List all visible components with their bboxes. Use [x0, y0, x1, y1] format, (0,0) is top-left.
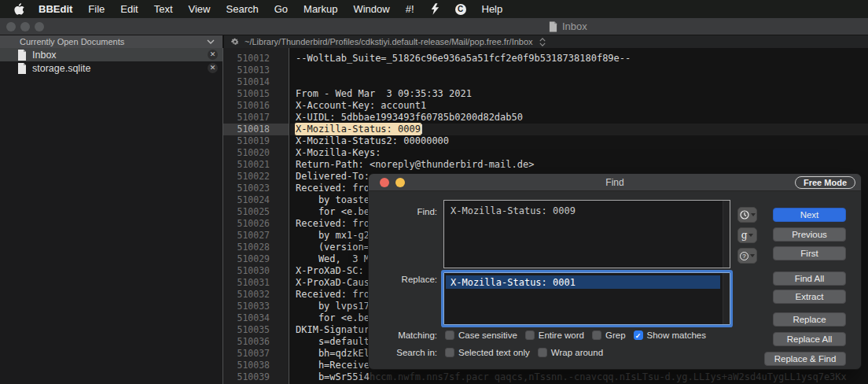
- close-document-icon[interactable]: ✕: [208, 63, 218, 73]
- code-line[interactable]: X-UIDL: 5dbbae1993493f60785b0200d82dab50: [290, 112, 868, 124]
- code-line[interactable]: [290, 65, 868, 76]
- checkbox-wrap-around[interactable]: Wrap around: [538, 348, 603, 357]
- checkbox-box[interactable]: ✓: [634, 330, 643, 340]
- line-number: 510030: [223, 265, 289, 277]
- search-in-label: Search in:: [369, 348, 437, 357]
- menu-window[interactable]: Window: [345, 0, 397, 18]
- line-number: 510031: [223, 277, 289, 289]
- menu-bar: BBEditFileEditTextViewSearchGoMarkupWind…: [0, 0, 868, 18]
- menu-clippings[interactable]: C: [447, 0, 474, 18]
- line-number: 510013: [223, 65, 289, 76]
- menu-bbedit[interactable]: BBEdit: [31, 0, 80, 18]
- sidebar-item-inbox[interactable]: Inbox✕: [0, 48, 223, 61]
- next-button[interactable]: Next: [773, 208, 846, 222]
- menu-text[interactable]: Text: [146, 0, 181, 18]
- replace-button[interactable]: Replace: [773, 312, 846, 327]
- line-number: 510028: [223, 242, 289, 253]
- checkbox-entire-word[interactable]: Entire word: [525, 330, 584, 340]
- line-number: 510023: [223, 183, 289, 194]
- screen: BBEditFileEditTextViewSearchGoMarkupWind…: [0, 0, 868, 384]
- dropdown-caret-icon: [751, 213, 756, 216]
- apple-icon: [14, 3, 24, 15]
- code-line[interactable]: X-Mozilla-Status: 0009: [290, 124, 868, 135]
- sidebar-item-storage-sqlite[interactable]: storage.sqlite✕: [0, 61, 223, 75]
- replace-input[interactable]: X-Mozilla-Status: 0001: [443, 272, 730, 325]
- occluded-text: hccm.nwfm.nns7sf.pacr qaqcs,nTssnn.-cnav…: [370, 371, 847, 382]
- line-number: 510036: [223, 336, 289, 348]
- replace-find-button[interactable]: Replace & Find: [764, 352, 846, 366]
- menu-scripts[interactable]: [422, 0, 447, 18]
- checkbox-case-sensitive[interactable]: Case sensitive: [445, 330, 517, 340]
- replace-input-scrollbar[interactable]: [723, 273, 730, 324]
- checkbox-box[interactable]: [538, 348, 547, 357]
- minimize-window-button[interactable]: [20, 22, 30, 31]
- line-number: 510032: [223, 289, 289, 301]
- close-document-icon[interactable]: ✕: [208, 50, 218, 60]
- replace-input-value: X-Mozilla-Status: 0001: [446, 277, 576, 288]
- open-documents-dropdown[interactable]: Currently Open Documents: [0, 35, 223, 48]
- open-documents-list: Inbox✕storage.sqlite✕: [0, 48, 223, 384]
- code-line[interactable]: X-Mozilla-Status2: 00000000: [290, 135, 868, 147]
- line-number: 510014: [223, 76, 289, 88]
- checkbox-label: Case sensitive: [458, 330, 517, 340]
- close-window-button[interactable]: [6, 22, 16, 31]
- chevron-down-icon: [207, 39, 215, 44]
- line-number: 510020: [223, 147, 289, 159]
- line-number: 510017: [223, 112, 289, 124]
- menu-search[interactable]: Search: [219, 0, 267, 18]
- line-number: 510016: [223, 100, 289, 112]
- question-icon: ?: [740, 252, 748, 260]
- checkbox-box[interactable]: [445, 330, 454, 340]
- code-line[interactable]: From - Wed Mar 3 09:35:33 2021: [290, 88, 868, 100]
- window-title-text: Inbox: [562, 20, 587, 32]
- menu-edit[interactable]: Edit: [112, 0, 145, 18]
- lightning-icon: [430, 3, 440, 15]
- checkbox-label: Entire word: [539, 330, 584, 340]
- find-input-scrollbar[interactable]: [723, 201, 730, 268]
- code-line[interactable]: --WoltLab_Suite=_51826c96e936a5a51fcf2e0…: [290, 53, 868, 65]
- grep-patterns-button[interactable]: g: [737, 227, 757, 243]
- file-path-bar[interactable]: ~/Library/Thunderbird/Profiles/cdkstiyi.…: [224, 35, 868, 48]
- code-line[interactable]: b=wSr55i4hccm.nwfm.nns7sf.pacr qaqcs,nTs…: [290, 371, 868, 383]
- checkbox-box[interactable]: [525, 330, 535, 340]
- replace-all-button[interactable]: Replace All: [773, 332, 846, 346]
- menu-go[interactable]: Go: [267, 0, 296, 18]
- line-number: 510021: [223, 159, 289, 171]
- find-input[interactable]: X-Mozilla-Status: 0009: [443, 200, 730, 268]
- checkbox-label: Wrap around: [551, 348, 603, 357]
- checkbox-label: Show matches: [647, 330, 706, 340]
- path-stepper-icon[interactable]: [539, 38, 546, 46]
- previous-button[interactable]: Previous: [773, 227, 846, 242]
- apple-menu[interactable]: [11, 0, 31, 18]
- checkbox-box[interactable]: [445, 348, 454, 357]
- header-row: Currently Open Documents ~/Library/Thund…: [0, 35, 868, 48]
- find-dialog-titlebar[interactable]: Find Free Mode: [369, 174, 861, 191]
- menu-help[interactable]: Help: [474, 0, 511, 18]
- code-line[interactable]: Return-Path: <noreply@thunderbird-mail.d…: [290, 159, 868, 171]
- menu-markup[interactable]: Markup: [296, 0, 345, 18]
- code-line[interactable]: X-Mozilla-Keys:: [290, 147, 868, 159]
- window-titlebar[interactable]: Inbox: [0, 18, 868, 35]
- zoom-window-button[interactable]: [35, 22, 44, 31]
- file-path-text: ~/Library/Thunderbird/Profiles/cdkstiyi.…: [245, 35, 533, 48]
- code-line[interactable]: X-Account-Key: account1: [290, 100, 868, 112]
- find-all-button[interactable]: Find All: [773, 271, 846, 286]
- menu-[interactable]: #!: [398, 0, 422, 18]
- menu-view[interactable]: View: [181, 0, 219, 18]
- code-line[interactable]: [290, 76, 868, 88]
- checkbox-grep[interactable]: Grep: [592, 330, 626, 340]
- checkbox-show-matches[interactable]: ✓Show matches: [634, 330, 706, 340]
- checkbox-selected-text-only[interactable]: Selected text only: [445, 348, 530, 357]
- extract-button[interactable]: Extract: [773, 290, 846, 304]
- line-number: 510018: [223, 124, 289, 135]
- search-history-button[interactable]: [737, 207, 757, 223]
- gear-icon[interactable]: [230, 37, 240, 46]
- first-button[interactable]: First: [773, 246, 846, 260]
- menu-items: BBEditFileEditTextViewSearchGoMarkupWind…: [31, 0, 422, 18]
- pattern-help-button[interactable]: ?: [737, 248, 757, 264]
- free-mode-button[interactable]: Free Mode: [795, 176, 855, 189]
- line-number: 510022: [223, 171, 289, 183]
- menu-file[interactable]: File: [80, 0, 112, 18]
- sidebar-item-label: Inbox: [32, 50, 57, 61]
- checkbox-box[interactable]: [592, 330, 601, 340]
